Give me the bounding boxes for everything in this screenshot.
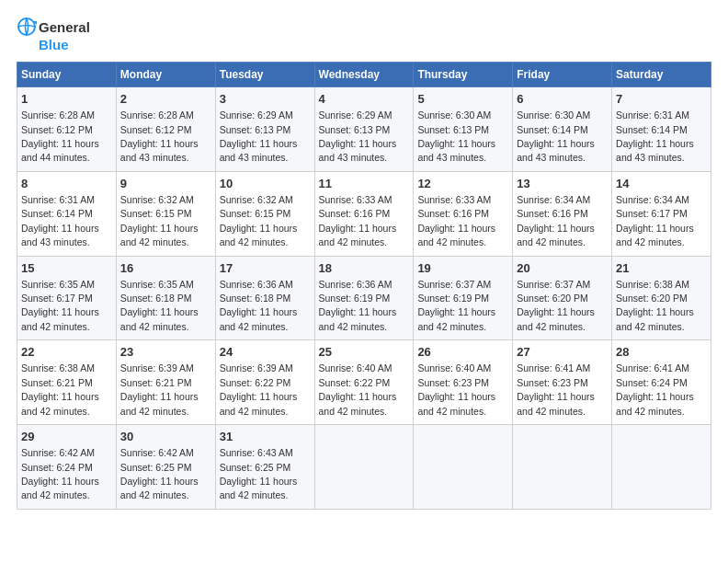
- day-info: Sunrise: 6:31 AMSunset: 6:14 PMDaylight:…: [616, 109, 694, 163]
- day-number: 26: [417, 344, 508, 361]
- day-info: Sunrise: 6:35 AMSunset: 6:18 PMDaylight:…: [120, 279, 199, 332]
- calendar-cell: 7Sunrise: 6:31 AMSunset: 6:14 PMDaylight…: [612, 87, 711, 172]
- day-number: 6: [517, 91, 608, 108]
- calendar-cell: 23Sunrise: 6:39 AMSunset: 6:21 PMDayligh…: [116, 340, 215, 425]
- weekday-header-monday: Monday: [116, 63, 215, 87]
- calendar-cell: 20Sunrise: 6:37 AMSunset: 6:20 PMDayligh…: [513, 256, 612, 340]
- calendar-cell: 24Sunrise: 6:39 AMSunset: 6:22 PMDayligh…: [215, 340, 314, 425]
- calendar-cell: 27Sunrise: 6:41 AMSunset: 6:23 PMDayligh…: [513, 340, 612, 425]
- calendar-cell: 8Sunrise: 6:31 AMSunset: 6:14 PMDaylight…: [17, 171, 117, 256]
- calendar-cell: 12Sunrise: 6:33 AMSunset: 6:16 PMDayligh…: [414, 171, 513, 256]
- day-number: 12: [417, 176, 508, 192]
- day-number: 13: [517, 176, 608, 192]
- day-number: 17: [220, 260, 311, 277]
- calendar-cell: 13Sunrise: 6:34 AMSunset: 6:16 PMDayligh…: [513, 171, 612, 256]
- day-number: 20: [517, 260, 608, 277]
- calendar-cell: 5Sunrise: 6:30 AMSunset: 6:13 PMDaylight…: [414, 87, 513, 172]
- calendar-cell: 16Sunrise: 6:35 AMSunset: 6:18 PMDayligh…: [116, 256, 215, 340]
- calendar-cell: 31Sunrise: 6:43 AMSunset: 6:25 PMDayligh…: [215, 425, 314, 510]
- logo-text-general: General: [39, 19, 90, 35]
- day-number: 27: [517, 344, 608, 361]
- day-number: 18: [319, 260, 410, 277]
- day-number: 14: [616, 176, 707, 192]
- header: General Blue: [17, 17, 711, 52]
- day-number: 10: [220, 176, 311, 192]
- day-number: 2: [120, 91, 211, 108]
- calendar-cell: 11Sunrise: 6:33 AMSunset: 6:16 PMDayligh…: [314, 171, 414, 256]
- weekday-header-thursday: Thursday: [414, 63, 513, 87]
- day-info: Sunrise: 6:36 AMSunset: 6:19 PMDaylight:…: [319, 279, 397, 332]
- day-number: 8: [21, 176, 112, 192]
- day-number: 21: [616, 260, 707, 277]
- calendar-cell: 30Sunrise: 6:42 AMSunset: 6:25 PMDayligh…: [116, 425, 215, 510]
- calendar-week-2: 8Sunrise: 6:31 AMSunset: 6:14 PMDaylight…: [17, 171, 711, 256]
- day-info: Sunrise: 6:42 AMSunset: 6:25 PMDaylight:…: [120, 447, 199, 500]
- day-info: Sunrise: 6:41 AMSunset: 6:23 PMDaylight:…: [517, 362, 595, 416]
- calendar: SundayMondayTuesdayWednesdayThursdayFrid…: [17, 62, 711, 510]
- weekday-header-wednesday: Wednesday: [314, 63, 414, 87]
- day-info: Sunrise: 6:30 AMSunset: 6:13 PMDaylight:…: [417, 109, 495, 163]
- day-number: 30: [120, 429, 211, 445]
- day-info: Sunrise: 6:31 AMSunset: 6:14 PMDaylight:…: [21, 194, 99, 247]
- calendar-cell: [314, 425, 414, 510]
- logo-globe-icon: [17, 17, 37, 37]
- day-number: 5: [417, 91, 508, 108]
- calendar-cell: 19Sunrise: 6:37 AMSunset: 6:19 PMDayligh…: [414, 256, 513, 340]
- weekday-header-tuesday: Tuesday: [215, 63, 314, 87]
- calendar-cell: 21Sunrise: 6:38 AMSunset: 6:20 PMDayligh…: [612, 256, 711, 340]
- day-number: 7: [616, 91, 707, 108]
- day-number: 19: [417, 260, 508, 277]
- day-info: Sunrise: 6:33 AMSunset: 6:16 PMDaylight:…: [417, 194, 495, 247]
- calendar-cell: [414, 425, 513, 510]
- calendar-cell: 6Sunrise: 6:30 AMSunset: 6:14 PMDaylight…: [513, 87, 612, 172]
- calendar-cell: 29Sunrise: 6:42 AMSunset: 6:24 PMDayligh…: [17, 425, 117, 510]
- day-number: 22: [21, 344, 112, 361]
- calendar-cell: 1Sunrise: 6:28 AMSunset: 6:12 PMDaylight…: [17, 87, 117, 172]
- calendar-week-1: 1Sunrise: 6:28 AMSunset: 6:12 PMDaylight…: [17, 87, 711, 172]
- calendar-cell: 18Sunrise: 6:36 AMSunset: 6:19 PMDayligh…: [314, 256, 414, 340]
- calendar-cell: 10Sunrise: 6:32 AMSunset: 6:15 PMDayligh…: [215, 171, 314, 256]
- calendar-week-5: 29Sunrise: 6:42 AMSunset: 6:24 PMDayligh…: [17, 425, 711, 510]
- weekday-header-saturday: Saturday: [612, 63, 711, 87]
- day-number: 28: [616, 344, 707, 361]
- day-info: Sunrise: 6:37 AMSunset: 6:19 PMDaylight:…: [417, 279, 495, 332]
- day-info: Sunrise: 6:40 AMSunset: 6:22 PMDaylight:…: [319, 362, 397, 416]
- day-info: Sunrise: 6:32 AMSunset: 6:15 PMDaylight:…: [220, 194, 298, 247]
- calendar-cell: 9Sunrise: 6:32 AMSunset: 6:15 PMDaylight…: [116, 171, 215, 256]
- calendar-cell: 26Sunrise: 6:40 AMSunset: 6:23 PMDayligh…: [414, 340, 513, 425]
- day-number: 9: [120, 176, 211, 192]
- day-info: Sunrise: 6:40 AMSunset: 6:23 PMDaylight:…: [417, 362, 495, 416]
- day-number: 16: [120, 260, 211, 277]
- day-info: Sunrise: 6:39 AMSunset: 6:22 PMDaylight:…: [220, 362, 298, 416]
- logo: General Blue: [17, 17, 90, 52]
- day-info: Sunrise: 6:43 AMSunset: 6:25 PMDaylight:…: [220, 447, 298, 500]
- day-info: Sunrise: 6:28 AMSunset: 6:12 PMDaylight:…: [21, 109, 99, 163]
- calendar-cell: 17Sunrise: 6:36 AMSunset: 6:18 PMDayligh…: [215, 256, 314, 340]
- calendar-cell: [612, 425, 711, 510]
- day-info: Sunrise: 6:37 AMSunset: 6:20 PMDaylight:…: [517, 279, 595, 332]
- calendar-cell: 28Sunrise: 6:41 AMSunset: 6:24 PMDayligh…: [612, 340, 711, 425]
- calendar-cell: 14Sunrise: 6:34 AMSunset: 6:17 PMDayligh…: [612, 171, 711, 256]
- calendar-cell: 3Sunrise: 6:29 AMSunset: 6:13 PMDaylight…: [215, 87, 314, 172]
- day-info: Sunrise: 6:36 AMSunset: 6:18 PMDaylight:…: [220, 279, 298, 332]
- day-number: 29: [21, 429, 112, 445]
- day-info: Sunrise: 6:33 AMSunset: 6:16 PMDaylight:…: [319, 194, 397, 247]
- calendar-cell: 4Sunrise: 6:29 AMSunset: 6:13 PMDaylight…: [314, 87, 414, 172]
- day-info: Sunrise: 6:34 AMSunset: 6:17 PMDaylight:…: [616, 194, 694, 247]
- weekday-header-sunday: Sunday: [17, 63, 117, 87]
- day-info: Sunrise: 6:34 AMSunset: 6:16 PMDaylight:…: [517, 194, 595, 247]
- day-number: 3: [220, 91, 311, 108]
- calendar-week-4: 22Sunrise: 6:38 AMSunset: 6:21 PMDayligh…: [17, 340, 711, 425]
- day-number: 25: [319, 344, 410, 361]
- calendar-cell: 2Sunrise: 6:28 AMSunset: 6:12 PMDaylight…: [116, 87, 215, 172]
- calendar-week-3: 15Sunrise: 6:35 AMSunset: 6:17 PMDayligh…: [17, 256, 711, 340]
- day-info: Sunrise: 6:42 AMSunset: 6:24 PMDaylight:…: [21, 447, 99, 500]
- day-number: 11: [319, 176, 410, 192]
- day-number: 1: [21, 91, 112, 108]
- day-info: Sunrise: 6:35 AMSunset: 6:17 PMDaylight:…: [21, 279, 99, 332]
- day-info: Sunrise: 6:38 AMSunset: 6:21 PMDaylight:…: [21, 362, 99, 416]
- day-info: Sunrise: 6:41 AMSunset: 6:24 PMDaylight:…: [616, 362, 694, 416]
- day-info: Sunrise: 6:38 AMSunset: 6:20 PMDaylight:…: [616, 279, 694, 332]
- calendar-cell: 22Sunrise: 6:38 AMSunset: 6:21 PMDayligh…: [17, 340, 117, 425]
- day-number: 15: [21, 260, 112, 277]
